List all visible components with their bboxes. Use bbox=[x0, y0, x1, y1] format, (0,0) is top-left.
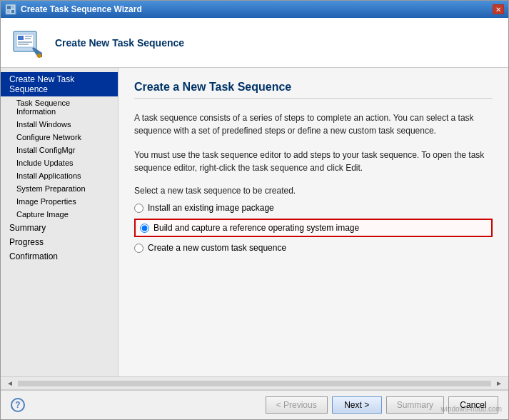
window-title: Create Task Sequence Wizard bbox=[21, 4, 142, 14]
header-icon bbox=[11, 26, 45, 60]
svg-rect-9 bbox=[25, 38, 31, 39]
sidebar-item-summary[interactable]: Summary bbox=[1, 221, 118, 235]
select-label: Select a new task sequence to be created… bbox=[134, 186, 493, 196]
scroll-track[interactable] bbox=[18, 381, 491, 386]
svg-rect-4 bbox=[11, 10, 14, 13]
radio-custom[interactable] bbox=[134, 244, 143, 253]
radio-label-custom: Create a new custom task sequence bbox=[148, 243, 286, 253]
radio-install-existing[interactable] bbox=[134, 204, 143, 213]
footer-left: ? bbox=[11, 398, 25, 412]
sidebar-item-configure-network[interactable]: Configure Network bbox=[1, 131, 118, 144]
description-block-1: A task sequence consists of a series of … bbox=[134, 111, 493, 137]
scrollbar-area: ◄ ► bbox=[1, 376, 508, 389]
sidebar: Create New Task Sequence Task Sequence I… bbox=[1, 68, 119, 376]
sidebar-item-task-sequence-information[interactable]: Task Sequence Information bbox=[1, 96, 118, 118]
help-button[interactable]: ? bbox=[11, 398, 25, 412]
sidebar-item-capture-image[interactable]: Capture Image bbox=[1, 208, 118, 221]
description-block-2: You must use the task sequence editor to… bbox=[134, 149, 493, 174]
sidebar-item-install-windows[interactable]: Install Windows bbox=[1, 118, 118, 131]
svg-rect-8 bbox=[25, 36, 32, 37]
sidebar-item-image-properties[interactable]: Image Properties bbox=[1, 195, 118, 208]
previous-button[interactable]: < Previous bbox=[266, 396, 328, 414]
sidebar-item-progress[interactable]: Progress bbox=[1, 235, 118, 249]
close-button[interactable]: ✕ bbox=[493, 4, 504, 14]
footer: ? < Previous Next > Summary Cancel bbox=[1, 389, 508, 419]
svg-rect-7 bbox=[18, 36, 24, 40]
radio-group: Install an existing image package Build … bbox=[134, 203, 493, 253]
sidebar-item-include-updates[interactable]: Include Updates bbox=[1, 156, 118, 169]
watermark: windows-noob.com bbox=[440, 405, 502, 413]
content-area: Create New Task Sequence Task Sequence I… bbox=[1, 68, 508, 376]
svg-rect-11 bbox=[18, 44, 29, 45]
radio-item-install-existing[interactable]: Install an existing image package bbox=[134, 203, 493, 213]
sidebar-item-install-configmgr[interactable]: Install ConfigMgr bbox=[1, 144, 118, 156]
svg-point-13 bbox=[37, 54, 41, 58]
main-content: Create a New Task Sequence A task sequen… bbox=[119, 68, 508, 376]
svg-rect-2 bbox=[11, 6, 14, 9]
svg-rect-1 bbox=[7, 6, 11, 9]
main-title: Create a New Task Sequence bbox=[134, 81, 493, 99]
svg-rect-10 bbox=[18, 41, 32, 43]
scroll-right-arrow[interactable]: ► bbox=[493, 379, 505, 387]
header-area: Create New Task Sequence bbox=[1, 18, 508, 68]
window-icon bbox=[5, 4, 16, 15]
title-bar: Create Task Sequence Wizard ✕ bbox=[1, 1, 508, 18]
summary-button[interactable]: Summary bbox=[386, 396, 444, 414]
radio-label-install-existing: Install an existing image package bbox=[148, 203, 274, 213]
radio-label-build-capture: Build and capture a reference operating … bbox=[153, 223, 359, 233]
sidebar-item-confirmation[interactable]: Confirmation bbox=[1, 249, 118, 264]
next-button[interactable]: Next > bbox=[332, 396, 382, 414]
sidebar-item-system-preparation[interactable]: System Preparation bbox=[1, 182, 118, 195]
radio-item-build-capture[interactable]: Build and capture a reference operating … bbox=[134, 219, 493, 237]
radio-build-capture[interactable] bbox=[140, 224, 149, 233]
description-text-1: A task sequence consists of a series of … bbox=[134, 111, 493, 137]
wizard-window: Create Task Sequence Wizard ✕ Create New… bbox=[0, 0, 509, 420]
description-text-2: You must use the task sequence editor to… bbox=[134, 149, 493, 174]
sidebar-item-install-applications[interactable]: Install Applications bbox=[1, 169, 118, 182]
sidebar-item-create-new-task-sequence[interactable]: Create New Task Sequence bbox=[1, 72, 118, 96]
svg-rect-3 bbox=[7, 10, 10, 13]
header-title: Create New Task Sequence bbox=[55, 37, 184, 49]
scroll-left-arrow[interactable]: ◄ bbox=[4, 379, 16, 387]
radio-item-custom[interactable]: Create a new custom task sequence bbox=[134, 243, 493, 253]
title-bar-left: Create Task Sequence Wizard bbox=[5, 4, 142, 15]
